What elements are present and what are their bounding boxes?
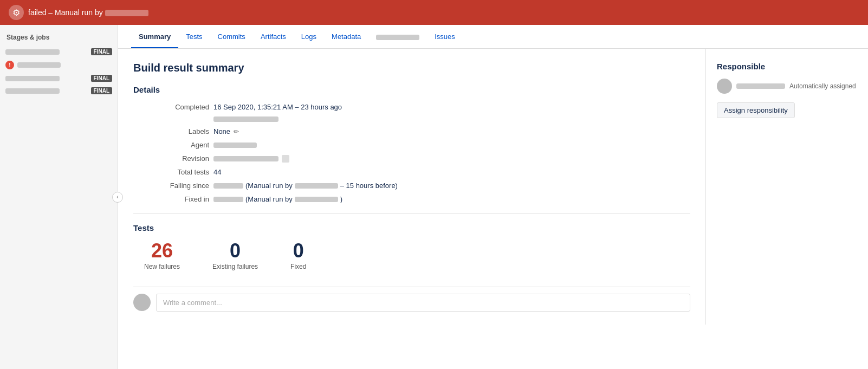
sidebar-item-1-label — [5, 49, 60, 55]
new-failures-stat[interactable]: 26 New failures — [144, 241, 180, 270]
separator: – — [48, 8, 53, 17]
fixed-in-prefix: (Manual run by — [245, 195, 293, 203]
sidebar-item-1-badge: FINAL — [91, 48, 112, 55]
tab-metadata[interactable]: Metadata — [324, 25, 368, 48]
tab-bar: Summary Tests Commits Artifacts Logs Met… — [118, 25, 868, 49]
labels-value: None ✏ — [213, 127, 239, 135]
detail-agent: Agent — [155, 141, 690, 149]
total-tests-value: 44 — [213, 168, 221, 176]
tab-tests[interactable]: Tests — [178, 25, 210, 48]
tests-stats: 26 New failures 0 Existing failures 0 Fi… — [144, 241, 690, 270]
redacted-value-1 — [213, 116, 278, 122]
tab-artifacts[interactable]: Artifacts — [253, 25, 294, 48]
new-failures-count: 26 — [144, 241, 180, 261]
labels-label: Labels — [155, 127, 209, 135]
revision-label: Revision — [155, 154, 209, 163]
detail-labels: Labels None ✏ — [155, 127, 690, 135]
left-panel: Build result summary Details Completed 1… — [118, 49, 705, 325]
top-bar: ⚙ failed – Manual run by — [0, 0, 868, 25]
failing-since-user-redacted — [295, 183, 338, 189]
revision-redacted — [213, 156, 278, 161]
existing-failures-stat[interactable]: 0 Existing failures — [212, 241, 258, 270]
fixed-label: Fixed — [290, 263, 306, 270]
fixed-in-value: (Manual run by ) — [213, 195, 342, 203]
sidebar-item-3[interactable]: FINAL — [0, 72, 118, 85]
tests-title: Tests — [133, 223, 690, 232]
failing-since-build-redacted[interactable] — [213, 183, 243, 189]
detail-fixed-in: Fixed in (Manual run by ) — [155, 195, 690, 203]
new-failures-label: New failures — [144, 263, 180, 270]
detail-completed: Completed 16 Sep 2020, 1:35:21 AM – 23 h… — [155, 103, 690, 111]
responsible-name-redacted — [736, 83, 785, 89]
tab-summary[interactable]: Summary — [131, 25, 178, 48]
fixed-in-user-redacted — [295, 197, 338, 202]
tab-issues[interactable]: Issues — [427, 25, 463, 48]
detail-failing-since: Failing since (Manual run by – 15 hours … — [155, 182, 690, 190]
fixed-stat[interactable]: 0 Fixed — [290, 241, 306, 270]
responsible-user: Automatically assigned — [717, 79, 857, 94]
sidebar-item-3-label — [5, 76, 60, 81]
sidebar-item-2-label — [17, 62, 61, 68]
main-body: Build result summary Details Completed 1… — [118, 49, 868, 325]
completed-label: Completed — [155, 103, 209, 111]
responsible-title: Responsible — [717, 62, 857, 71]
run-label: Manual run by — [55, 8, 103, 17]
fixed-count: 0 — [290, 241, 306, 261]
tests-section: Tests 26 New failures 0 Existing failure… — [133, 223, 690, 270]
tab-logs[interactable]: Logs — [294, 25, 324, 48]
sidebar-collapse-button[interactable]: ‹ — [112, 192, 123, 203]
sidebar-title: Stages & jobs — [0, 30, 118, 46]
tab-redacted[interactable] — [368, 25, 427, 48]
revision-value — [213, 155, 289, 163]
completed-value: 16 Sep 2020, 1:35:21 AM – 23 hours ago — [213, 103, 342, 111]
details-divider — [133, 213, 690, 213]
assigned-label: Automatically assigned — [789, 82, 856, 90]
status-label: failed — [28, 8, 46, 17]
comment-area: Write a comment... — [133, 287, 690, 312]
total-tests-label: Total tests — [155, 168, 209, 176]
build-status-icon: ⚙ — [9, 5, 24, 20]
comment-avatar — [133, 294, 151, 311]
sidebar-item-4[interactable]: FINAL — [0, 85, 118, 97]
build-status-text: failed – Manual run by — [28, 8, 148, 17]
sidebar-item-4-label — [5, 88, 60, 94]
right-panel: Responsible Automatically assigned Assig… — [705, 49, 868, 325]
responsible-avatar — [717, 79, 732, 94]
tab-commits[interactable]: Commits — [210, 25, 253, 48]
detail-revision: Revision — [155, 154, 690, 163]
failing-since-label: Failing since — [155, 182, 209, 190]
fixed-in-build-redacted[interactable] — [213, 197, 243, 202]
page-title: Build result summary — [133, 62, 690, 74]
sidebar-item-3-badge: FINAL — [91, 75, 112, 82]
sidebar: Stages & jobs FINAL ! FINAL FINAL — [0, 25, 118, 369]
assign-responsibility-button[interactable]: Assign responsibility — [717, 102, 795, 118]
sidebar-item-2-error-icon: ! — [5, 61, 14, 69]
sidebar-item-2[interactable]: ! — [0, 58, 118, 72]
labels-none: None — [213, 127, 230, 135]
failing-since-suffix: – 15 hours before) — [340, 182, 398, 190]
agent-value-redacted — [213, 143, 257, 148]
details-title: Details — [133, 85, 690, 94]
sidebar-item-1[interactable]: FINAL — [0, 46, 118, 58]
fixed-in-label: Fixed in — [155, 195, 209, 203]
agent-label: Agent — [155, 141, 209, 149]
existing-failures-count: 0 — [212, 241, 258, 261]
labels-edit-icon[interactable]: ✏ — [234, 128, 239, 135]
failing-since-value: (Manual run by – 15 hours before) — [213, 182, 398, 190]
existing-failures-label: Existing failures — [212, 263, 258, 270]
copy-revision-icon[interactable] — [282, 155, 289, 163]
comment-input[interactable]: Write a comment... — [156, 294, 690, 312]
main-layout: Stages & jobs FINAL ! FINAL FINAL — [0, 25, 868, 369]
content-area: Summary Tests Commits Artifacts Logs Met… — [118, 25, 868, 369]
detail-redacted-row — [155, 116, 690, 122]
detail-total-tests: Total tests 44 — [155, 168, 690, 176]
sidebar-item-4-badge: FINAL — [91, 87, 112, 94]
user-name-redacted — [105, 10, 148, 16]
tab-redacted-label — [376, 35, 419, 40]
details-table: Completed 16 Sep 2020, 1:35:21 AM – 23 h… — [155, 103, 690, 203]
